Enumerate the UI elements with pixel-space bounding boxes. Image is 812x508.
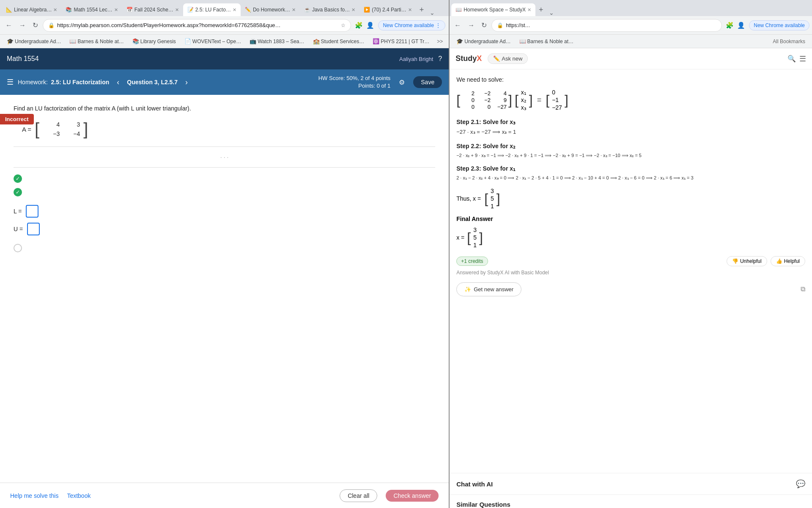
page-title: Math 1554 (7, 55, 394, 63)
help-icon-button[interactable]: ? (438, 55, 442, 63)
new-tab-button[interactable]: + (416, 3, 428, 16)
bookmark-phys[interactable]: ⚛️ PHYS 2211 | GT Tr… (369, 37, 433, 46)
bookmark-label: Undergraduate Ad… (15, 39, 61, 44)
chrome-available-button[interactable]: New Chrome available ⋮ (378, 20, 445, 30)
step-2-1-content: −27 · x₃ = −27 ⟹ x₃ = 1 (456, 128, 805, 137)
chat-icon: 💬 (796, 479, 805, 489)
tab-youtube[interactable]: ▶️ (70) 2.4 Parti… ✕ (359, 3, 416, 16)
url-bar[interactable]: 🔒 https://mylab.pearson.com/Student/Play… (43, 19, 351, 32)
U-label: U = (14, 226, 23, 232)
check-answer-button[interactable]: Check answer (386, 490, 439, 502)
close-tab-icon[interactable]: ✕ (292, 7, 296, 13)
extension-icon[interactable]: 🧩 (354, 20, 364, 30)
copy-button[interactable]: ⧉ (801, 285, 805, 293)
final-answer-label: Final Answer (456, 215, 805, 222)
chrome-available-button-right[interactable]: New Chrome available (749, 20, 809, 30)
similar-questions-section: Similar Questions (450, 494, 812, 508)
save-button[interactable]: Save (413, 76, 442, 88)
question-text: Find an LU factorization of the matrix A… (14, 105, 435, 112)
forward-button-right[interactable]: → (466, 20, 477, 31)
forward-button[interactable]: → (17, 20, 28, 31)
tab-label: Do Homework… (253, 7, 290, 13)
radio-item-1 (14, 174, 435, 183)
chrome-available-label-right: New Chrome available (754, 22, 805, 28)
step-2-1-header: Step 2.1: Solve for x₃ (456, 119, 805, 125)
settings-button[interactable]: ⚙ (399, 78, 405, 86)
close-tab-icon[interactable]: ✕ (175, 7, 179, 13)
search-button[interactable]: 🔍 (787, 55, 796, 63)
bookmark-undergrad[interactable]: 🎓 Undergraduate Ad… (3, 37, 64, 46)
tab-studyx[interactable]: 📖 Homework Space – StudyX ✕ (451, 3, 535, 16)
bookmark-label: Barnes & Noble at… (77, 39, 123, 44)
tab-overflow-right[interactable]: ⌄ (546, 9, 557, 16)
right-address-bar: ← → ↻ 🔒 https://st… 🧩 👤 New Chrome avail… (450, 16, 812, 35)
close-tab-icon[interactable]: ✕ (233, 7, 236, 13)
step-2-2-header: Step 2.2: Solve for x₂ (456, 143, 805, 149)
url-bar-right[interactable]: 🔒 https://st… (491, 19, 722, 32)
tab-homework[interactable]: ✏️ Do Homework… ✕ (241, 3, 300, 16)
profile-icon[interactable]: 👤 (365, 20, 376, 30)
prev-question-button[interactable]: ‹ (113, 76, 123, 88)
radio-correct-2[interactable] (14, 188, 22, 196)
tab-favicon: ✏️ (245, 7, 251, 13)
tab-java[interactable]: ☕ Java Basics fo… ✕ (300, 3, 359, 16)
tab-overflow-button[interactable]: ⌄ (427, 9, 437, 16)
bookmark-barnes[interactable]: 📖 Barnes & Noble at… (66, 37, 127, 46)
tab-math1554[interactable]: 📚 Math 1554 Lec… ✕ (61, 3, 122, 16)
close-tab-icon[interactable]: ✕ (351, 7, 355, 13)
incorrect-badge: Incorrect (0, 114, 34, 124)
homework-label: Homework: 2.5: LU Factorization (18, 79, 109, 86)
tab-fall2024[interactable]: 📅 Fall 2024 Sche… ✕ (122, 3, 183, 16)
extensions-icon-right[interactable]: 🧩 (724, 20, 735, 30)
bookmark-libgen[interactable]: 📚 Library Genesis (129, 37, 179, 46)
profile-icon-right[interactable]: 👤 (736, 20, 746, 30)
equals-sign: = (535, 96, 543, 105)
star-icon[interactable]: ☆ (341, 22, 346, 28)
studyx-logo: StudyX (455, 54, 482, 63)
bookmarks-more-button[interactable]: >> (434, 37, 445, 46)
next-question-button[interactable]: › (182, 76, 191, 88)
bookmark-watch[interactable]: 📺 Watch 1883 – Sea… (246, 37, 307, 46)
help-solve-button[interactable]: Help me solve this (10, 492, 58, 499)
radio-correct-1[interactable] (14, 174, 22, 183)
bookmark-undergrad-right[interactable]: 🎓 Undergraduate Ad… (453, 37, 514, 46)
chrome-available-label: New Chrome available (383, 22, 434, 28)
right-bracket: ] (83, 121, 88, 138)
step-2-3-content: 2 · x₁ − 2 · x₂ + 4 · x₃ = 0 ⟹ 2 · x₁ − … (456, 174, 805, 182)
close-tab-icon[interactable]: ✕ (53, 7, 57, 13)
close-tab-icon[interactable]: ✕ (527, 7, 531, 13)
reload-button[interactable]: ↻ (30, 19, 40, 31)
L-input-box[interactable] (26, 205, 38, 218)
ask-new-button[interactable]: ✏️ Ask new (488, 53, 528, 64)
tab-label: Fall 2024 Sche… (134, 7, 173, 13)
helpful-button[interactable]: 👍 Helpful (771, 256, 805, 266)
score-section: HW Score: 50%, 2 of 4 points Points: 0 o… (318, 75, 391, 90)
bookmark-student[interactable]: 🏫 Student Services… (310, 37, 368, 46)
right-tab-bar: 📖 Homework Space – StudyX ✕ + ⌄ (450, 0, 812, 16)
tab-linear-algebra[interactable]: 📐 Linear Algebra… ✕ (2, 3, 61, 16)
back-button-right[interactable]: ← (452, 20, 463, 31)
get-new-answer-button[interactable]: ✨ Get new answer (456, 282, 521, 296)
bookmark-barnes-right[interactable]: 📖 Barnes & Noble at… (516, 37, 577, 46)
new-tab-button-right[interactable]: + (535, 3, 547, 16)
divider (14, 146, 435, 147)
textbook-button[interactable]: Textbook (67, 492, 91, 499)
unhelpful-label: Unhelpful (740, 258, 762, 264)
close-tab-icon[interactable]: ✕ (408, 7, 412, 13)
menu-button[interactable]: ☰ (7, 77, 14, 87)
reload-button-right[interactable]: ↻ (479, 19, 489, 31)
drag-handle[interactable]: · · · (14, 152, 435, 162)
menu-button-right[interactable]: ☰ (799, 54, 806, 64)
unhelpful-button[interactable]: 👎 Unhelpful (727, 256, 767, 266)
radio-group (14, 174, 435, 196)
clear-all-button[interactable]: Clear all (340, 489, 377, 502)
bookmark-woven[interactable]: 📄 WOVENText – Ope… (181, 37, 244, 46)
U-input-box[interactable] (27, 223, 40, 235)
tab-lu-factorization[interactable]: 📝 2.5: LU Facto… ✕ (183, 3, 241, 16)
back-button[interactable]: ← (3, 20, 14, 31)
divider2 (14, 167, 435, 168)
close-tab-icon[interactable]: ✕ (114, 7, 118, 13)
radio-empty[interactable] (14, 244, 22, 252)
tab-favicon: 📖 (455, 7, 461, 13)
studyx-page: StudyX ✏️ Ask new 🔍 ☰ We need to solve: … (450, 48, 812, 508)
